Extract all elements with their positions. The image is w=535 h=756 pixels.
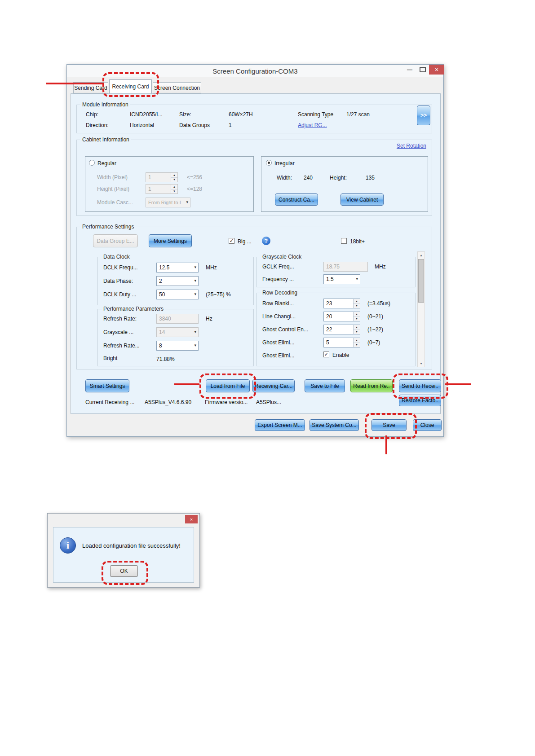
spin-up-icon[interactable]: ▲ — [354, 338, 360, 343]
save-system-button[interactable]: Save System Co... — [310, 419, 359, 431]
spin-down-icon[interactable]: ▼ — [171, 178, 177, 182]
receiving-card-panel: Module Information Chip: ICND2055/I... S… — [71, 93, 441, 414]
maximize-button[interactable] — [417, 65, 429, 75]
ghost-elimination-spinner[interactable]: 5 ▲▼ — [323, 338, 360, 347]
radio-dot — [268, 162, 270, 164]
grayscale-dropdown: 14 ▾ — [156, 327, 199, 337]
annotation-receiving-card-rect — [102, 72, 159, 97]
annotation-load-from-file-line — [174, 383, 199, 385]
close-button[interactable]: × — [429, 65, 444, 75]
row-blanking-hint: (=3.45us) — [367, 300, 390, 307]
help-icon[interactable]: ? — [262, 237, 270, 245]
big-checkbox[interactable]: ✓ — [229, 238, 234, 244]
view-cabinet-button[interactable]: View Cabinet — [340, 193, 384, 206]
performance-scrollbar[interactable]: ▲ ▼ — [417, 251, 425, 367]
construct-cabinet-button[interactable]: Construct Ca... — [275, 193, 318, 206]
expand-button[interactable]: >> — [417, 105, 430, 125]
export-screen-button[interactable]: Export Screen M... — [255, 419, 305, 431]
refresh-rate2-label: Refresh Rate... — [103, 343, 140, 349]
ghost-control-spin-buttons[interactable]: ▲▼ — [353, 325, 360, 334]
gclk-multiplier-dropdown[interactable]: 1.5 ▾ — [323, 274, 360, 284]
refresh-rate-unit: Hz — [206, 316, 212, 322]
gclk-multiplier-label: Frequency ... — [262, 276, 294, 282]
read-from-receiving-label: Read from Re.. — [353, 383, 389, 389]
scanning-type-value: 1/27 scan — [346, 111, 370, 118]
set-rotation-link[interactable]: Set Rotation — [397, 143, 426, 149]
scroll-down-icon[interactable]: ▼ — [418, 360, 424, 367]
info-glyph: i — [66, 540, 69, 551]
minimize-button[interactable]: — — [404, 65, 416, 75]
more-settings-button[interactable]: More Settings — [149, 234, 192, 247]
spin-up-icon[interactable]: ▲ — [354, 325, 360, 330]
grayscale-label: Grayscale ... — [103, 329, 133, 335]
cabinet-information-title: Cabinet Information — [80, 136, 131, 143]
receiving-card-button[interactable]: Receiving Car... — [252, 379, 295, 392]
cabinet-width-spin-buttons[interactable]: ▲▼ — [171, 173, 177, 182]
chevron-down-icon: ▾ — [356, 277, 358, 281]
cabinet-width-hint: <=256 — [187, 174, 202, 180]
check-icon: ✓ — [324, 352, 328, 357]
adjust-rg-link[interactable]: Adjust RG... — [298, 122, 327, 128]
construct-cabinet-label: Construct Ca... — [279, 197, 314, 203]
read-from-receiving-button[interactable]: Read from Re.. — [350, 379, 393, 392]
line-changing-spin-buttons[interactable]: ▲▼ — [353, 312, 360, 321]
row-blanking-spinner[interactable]: 23 ▲▼ — [323, 299, 360, 308]
refresh-rate-field: 3840 — [156, 314, 199, 324]
chevron-down-icon: ▾ — [186, 200, 188, 204]
save-to-file-button[interactable]: Save to File — [305, 379, 345, 392]
dclk-duty-dropdown[interactable]: 50 ▾ — [156, 290, 199, 299]
refresh-rate2-dropdown[interactable]: 8 ▾ — [156, 341, 199, 351]
close-dialog-button[interactable]: Close — [413, 419, 442, 431]
annotation-load-from-file-rect — [199, 374, 256, 399]
cabinet-width-spinner[interactable]: 1 ▲▼ — [146, 172, 178, 182]
scrollbar-thumb[interactable] — [418, 259, 424, 303]
maximize-icon — [420, 67, 426, 72]
scanning-type-label: Scanning Type — [298, 111, 333, 118]
data-phase-value: 2 — [159, 278, 162, 284]
spin-down-icon[interactable]: ▼ — [354, 304, 360, 308]
irregular-width-value: 240 — [304, 175, 313, 181]
refresh-rate-label: Refresh Rate: — [103, 316, 137, 322]
scroll-up-icon[interactable]: ▲ — [418, 252, 424, 259]
dclk-frequency-dropdown[interactable]: 12.5 ▾ — [156, 263, 199, 273]
spin-down-icon[interactable]: ▼ — [354, 343, 360, 347]
irregular-radio-label: Irregular — [274, 160, 295, 167]
dclk-frequency-unit: MHz — [206, 264, 217, 271]
data-phase-dropdown[interactable]: 2 ▾ — [156, 276, 199, 286]
spin-down-icon[interactable]: ▼ — [171, 189, 177, 194]
close-dialog-label: Close — [420, 422, 434, 428]
more-settings-label: More Settings — [154, 238, 187, 244]
ghost-elimination-hint: (0~7) — [367, 339, 380, 346]
18bit-checkbox[interactable] — [341, 238, 347, 244]
ghost-control-spinner[interactable]: 22 ▲▼ — [323, 325, 360, 334]
cabinet-height-spin-buttons[interactable]: ▲▼ — [171, 185, 177, 193]
irregular-radio[interactable] — [266, 160, 272, 166]
tab-screen-connection-label: Screen Connection — [154, 85, 200, 91]
spin-up-icon[interactable]: ▲ — [354, 312, 360, 317]
ghost-elimination-spin-buttons[interactable]: ▲▼ — [353, 338, 360, 347]
smart-settings-button[interactable]: Smart Settings — [85, 379, 129, 392]
cabinet-height-spinner[interactable]: 1 ▲▼ — [146, 184, 178, 194]
minimize-icon: — — [407, 66, 412, 73]
data-group-exchange-label: Data Group E... — [97, 238, 134, 244]
row-blanking-spin-buttons[interactable]: ▲▼ — [353, 299, 360, 308]
spin-down-icon[interactable]: ▼ — [354, 330, 360, 334]
spin-down-icon[interactable]: ▼ — [354, 317, 360, 321]
line-changing-spinner[interactable]: 20 ▲▼ — [323, 312, 360, 321]
tab-screen-connection[interactable]: Screen Connection — [153, 82, 201, 93]
module-cascade-dropdown[interactable]: From Right to L ▾ — [146, 198, 190, 207]
dclk-duty-value: 50 — [159, 291, 165, 298]
data-phase-label: Data Phase: — [103, 278, 133, 284]
spin-up-icon[interactable]: ▲ — [171, 173, 177, 178]
spin-up-icon[interactable]: ▲ — [171, 185, 177, 189]
regular-radio[interactable] — [89, 160, 95, 166]
dialog-close-button[interactable]: × — [185, 515, 198, 523]
current-receiving-value: A5SPlus_V4.6.6.90 — [145, 399, 191, 405]
chip-value: ICND2055/I... — [130, 111, 163, 118]
spin-up-icon[interactable]: ▲ — [354, 299, 360, 304]
refresh-rate-value: 3840 — [159, 316, 171, 322]
enable-checkbox[interactable]: ✓ — [323, 352, 329, 357]
smart-settings-label: Smart Settings — [90, 383, 125, 389]
size-value: 60W×27H — [229, 111, 253, 118]
line-changing-hint: (0~21) — [367, 313, 383, 320]
